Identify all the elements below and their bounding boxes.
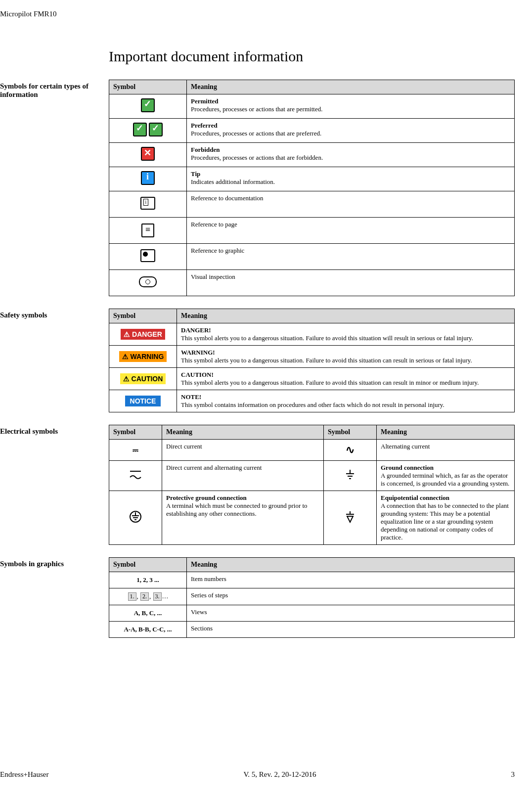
ac-icon: ∿ [346,444,355,456]
meaning-desc: Item numbers [187,572,515,588]
preferred-icon [133,123,147,136]
tip-icon [141,171,155,185]
table-row: PreferredProcedures, processes or action… [109,119,515,143]
section-label: Safety symbols [0,309,109,412]
meaning-desc: A connection that has to be connected to… [381,502,509,541]
protective-ground-icon [129,517,142,525]
meaning-desc: Reference to documentation [187,191,515,218]
meaning-desc: A terminal which must be connected to gr… [166,502,308,517]
meaning-desc: This symbol alerts you to a dangerous si… [181,334,473,342]
symbol-text: A, B, C, ... [109,605,187,622]
table-row: 1., 2., 3.… Series of steps [109,588,515,605]
dcac-icon [128,474,143,482]
meaning-desc: Sections [187,622,515,638]
visual-inspection-icon [139,276,157,287]
meaning-title: Tip [191,170,200,178]
symbol-text: 1, 2, 3 ... [109,572,187,588]
safety-table: Symbol Meaning DANGER DANGER!This symbol… [109,309,515,412]
th-meaning: Meaning [162,425,324,440]
meaning-desc: A grounded terminal which, as far as the… [381,472,509,487]
table-row: Direct current and alternating current G… [109,461,515,491]
table-row: A, B, C, ... Views [109,605,515,622]
th-symbol: Symbol [109,425,162,440]
table-row: Protective ground connectionA terminal w… [109,491,515,545]
th-symbol: Symbol [109,80,187,94]
footer-version: V. 5, Rev. 2, 20-12-2016 [243,770,316,779]
graphics-table: Symbol Meaning 1, 2, 3 ... Item numbers … [109,557,515,638]
th-meaning: Meaning [187,558,515,572]
footer-page-number: 3 [511,770,515,779]
reference-page-icon [141,224,154,237]
meaning-desc: Direct current [162,440,324,461]
table-row: ForbiddenProcedures, processes or action… [109,143,515,167]
page-title: Important document information [109,48,515,65]
meaning-desc: Reference to graphic [187,244,515,270]
table-row: WARNING WARNING!This symbol alerts you t… [109,346,515,368]
meaning-title: CAUTION! [181,371,214,378]
symbol-steps: 1., 2., 3.… [109,588,187,605]
equipotential-icon [344,517,356,525]
meaning-title: Ground connection [381,464,434,471]
meaning-desc: This symbol alerts you to a dangerous si… [181,379,479,386]
meaning-title: Preferred [191,122,218,129]
table-row: NOTICE NOTE!This symbol contains informa… [109,390,515,412]
th-symbol: Symbol [324,425,377,440]
ground-icon [344,475,356,482]
electrical-table: Symbol Meaning Symbol Meaning ⎓ Direct c… [109,425,515,545]
meaning-title: Forbidden [191,146,220,153]
table-row: Reference to page [109,218,515,244]
meaning-desc: This symbol contains information on proc… [181,401,444,408]
symbol-text: A-A, B-B, C-C, ... [109,622,187,638]
reference-doc-icon [140,197,155,210]
table-row: TipIndicates additional information. [109,167,515,191]
table-row: A-A, B-B, C-C, ... Sections [109,622,515,638]
meaning-title: DANGER! [181,326,211,334]
forbidden-icon [141,147,155,161]
meaning-desc: Direct current and alternating current [162,461,324,491]
th-symbol: Symbol [109,309,177,323]
preferred-icon [149,123,163,136]
th-symbol: Symbol [109,558,187,572]
meaning-desc: Procedures, processes or actions that ar… [191,105,322,113]
reference-graphic-icon [140,249,155,262]
notice-icon: NOTICE [125,396,161,406]
meaning-desc: Procedures, processes or actions that ar… [191,154,323,161]
section-label: Symbols for certain types of information [0,80,109,296]
dc-icon: ⎓ [133,445,138,455]
table-row: PermittedProcedures, processes or action… [109,94,515,119]
footer-company: Endress+Hauser [0,770,48,779]
meaning-title: NOTE! [181,393,201,401]
meaning-desc: Views [187,605,515,622]
th-meaning: Meaning [187,80,515,94]
meaning-desc: Series of steps [187,588,515,605]
table-row: CAUTION CAUTION!This symbol alerts you t… [109,368,515,390]
caution-icon: CAUTION [120,373,166,384]
meaning-desc: Alternating current [377,440,515,461]
th-meaning: Meaning [377,425,515,440]
section-safety: Safety symbols Symbol Meaning DANGER DAN… [0,309,515,412]
section-info-symbols: Symbols for certain types of information… [0,80,515,296]
page-footer: Endress+Hauser V. 5, Rev. 2, 20-12-2016 … [0,770,515,779]
meaning-title: Permitted [191,97,219,105]
meaning-title: Equipotential connection [381,494,449,501]
section-electrical: Electrical symbols Symbol Meaning Symbol… [0,425,515,545]
th-meaning: Meaning [177,309,515,323]
table-row: ⎓ Direct current ∿ Alternating current [109,440,515,461]
table-row: Reference to graphic [109,244,515,270]
meaning-desc: Visual inspection [187,270,515,296]
permitted-icon [141,98,155,112]
table-row: 1, 2, 3 ... Item numbers [109,572,515,588]
section-label: Symbols in graphics [0,557,109,638]
section-label: Electrical symbols [0,425,109,545]
meaning-desc: Indicates additional information. [191,178,275,185]
meaning-desc: This symbol alerts you to a dangerous si… [181,357,472,364]
meaning-title: WARNING! [181,349,215,356]
warning-icon: WARNING [119,351,167,362]
header-product: Micropilot FMR10 [0,10,515,18]
danger-icon: DANGER [121,329,165,340]
table-row: DANGER DANGER!This symbol alerts you to … [109,323,515,346]
meaning-title: Protective ground connection [166,494,247,501]
meaning-desc: Reference to page [187,218,515,244]
section-graphics: Symbols in graphics Symbol Meaning 1, 2,… [0,557,515,638]
svg-marker-12 [347,516,353,522]
